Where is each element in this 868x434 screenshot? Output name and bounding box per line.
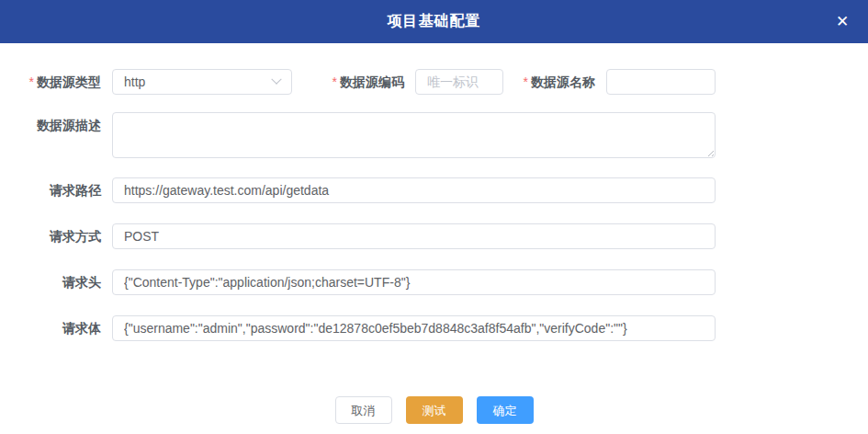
required-mark: * — [29, 74, 34, 89]
datasource-type-select[interactable]: http — [112, 69, 292, 95]
datasource-desc-label: 数据源描述 — [0, 112, 101, 138]
datasource-code-input[interactable] — [415, 69, 503, 95]
close-icon[interactable]: ✕ — [826, 0, 859, 43]
form-row-request-headers: 请求头 — [0, 269, 868, 295]
request-headers-label: 请求头 — [0, 269, 101, 295]
dialog-footer: 取消 测试 确定 — [0, 396, 868, 434]
required-mark: * — [524, 74, 528, 89]
datasource-type-label: *数据源类型 — [0, 69, 101, 95]
request-path-label: 请求路径 — [0, 177, 101, 203]
dialog-title: 项目基础配置 — [388, 12, 481, 31]
form-row-description: 数据源描述 — [0, 112, 868, 158]
cancel-button[interactable]: 取消 — [335, 396, 392, 424]
request-body-label: 请求体 — [0, 315, 101, 341]
required-mark: * — [333, 74, 337, 89]
test-button[interactable]: 测试 — [406, 396, 463, 424]
request-method-label: 请求方式 — [0, 223, 101, 249]
request-body-input[interactable] — [112, 315, 716, 341]
datasource-name-input[interactable] — [606, 69, 716, 95]
datasource-code-label: *数据源编码 — [292, 69, 404, 95]
request-method-input[interactable] — [112, 223, 716, 249]
form-row-request-method: 请求方式 — [0, 223, 868, 249]
dialog-header: 项目基础配置 ✕ — [0, 0, 868, 43]
chevron-down-icon — [271, 74, 281, 85]
form-row-top: *数据源类型 http *数据源编码 *数据源名称 — [0, 69, 868, 95]
datasource-name-label: *数据源名称 — [503, 69, 595, 95]
datasource-type-value: http — [124, 74, 145, 89]
form-row-request-path: 请求路径 — [0, 177, 868, 203]
form-row-request-body: 请求体 — [0, 315, 868, 341]
config-form: *数据源类型 http *数据源编码 *数据源名称 数据源描述 — [0, 43, 868, 341]
request-headers-input[interactable] — [112, 269, 716, 295]
confirm-button[interactable]: 确定 — [477, 396, 534, 424]
datasource-desc-textarea[interactable] — [112, 112, 716, 158]
project-basic-config-dialog: 项目基础配置 ✕ *数据源类型 http *数据源编码 *数据源名称 — [0, 0, 868, 434]
request-path-input[interactable] — [112, 177, 716, 203]
